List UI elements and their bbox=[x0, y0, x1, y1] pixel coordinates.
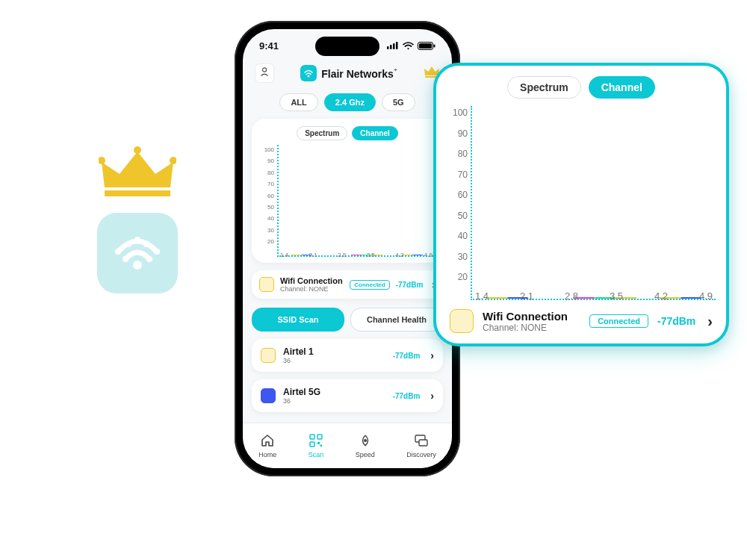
svg-point-3 bbox=[133, 261, 142, 270]
overlay-plot-area bbox=[471, 106, 716, 300]
freq-tab-5g[interactable]: 5G bbox=[382, 93, 415, 111]
chevron-right-icon: › bbox=[430, 390, 434, 402]
ssid-swatch bbox=[261, 348, 276, 363]
y-tick: 70 bbox=[259, 181, 274, 187]
svg-rect-13 bbox=[393, 43, 395, 49]
svg-point-10 bbox=[134, 237, 140, 243]
svg-rect-12 bbox=[390, 45, 392, 49]
y-tick: 80 bbox=[447, 149, 468, 159]
svg-point-2 bbox=[170, 157, 176, 164]
svg-point-25 bbox=[364, 439, 367, 442]
overlay-wifi-status-badge: Connected bbox=[589, 314, 648, 328]
y-tick: 90 bbox=[447, 128, 468, 139]
svg-rect-11 bbox=[387, 46, 389, 49]
profile-button[interactable] bbox=[255, 63, 274, 83]
overlay-x-axis: 1.42.12.83.54.24.9 bbox=[472, 287, 716, 302]
current-wifi-row[interactable]: Wifi Connection Channel: NONE Connected … bbox=[252, 270, 443, 299]
user-icon bbox=[259, 66, 270, 80]
x-tick: 3.5 bbox=[610, 290, 623, 302]
nav-home-label: Home bbox=[258, 451, 276, 458]
ssid-swatch bbox=[261, 388, 276, 403]
ssid-row[interactable]: Airtel 5G36-77dBm› bbox=[252, 379, 443, 412]
ssid-signal: -77dBm bbox=[393, 392, 421, 400]
plot-area bbox=[277, 145, 436, 257]
overlay-wifi-channel: Channel: NONE bbox=[483, 323, 580, 333]
y-tick: 30 bbox=[447, 252, 468, 262]
y-tick: 80 bbox=[259, 169, 274, 176]
svg-point-18 bbox=[262, 68, 266, 72]
pill-ssid-scan[interactable]: SSID Scan bbox=[252, 308, 344, 332]
nav-speed[interactable]: Speed bbox=[356, 433, 375, 458]
ssid-channel: 36 bbox=[283, 357, 385, 364]
wifi-status-badge: Connected bbox=[350, 280, 389, 290]
side-art bbox=[97, 146, 178, 293]
svg-point-19 bbox=[308, 75, 310, 78]
svg-point-8 bbox=[125, 241, 131, 247]
svg-rect-17 bbox=[434, 44, 436, 47]
overlay-tab-channel[interactable]: Channel bbox=[589, 76, 655, 99]
x-tick: 3.5 bbox=[367, 252, 375, 258]
chevron-right-icon: › bbox=[430, 349, 434, 361]
x-tick: 2.1 bbox=[309, 252, 317, 258]
nav-home[interactable]: Home bbox=[258, 433, 276, 458]
svg-rect-16 bbox=[419, 43, 432, 49]
nav-scan[interactable]: Scan bbox=[309, 433, 324, 458]
overlay-wifi-row[interactable]: Wifi Connection Channel: NONE Connected … bbox=[447, 300, 716, 335]
x-tick: 2.1 bbox=[520, 290, 533, 302]
svg-rect-22 bbox=[310, 442, 314, 447]
overlay-chevron-right-icon: › bbox=[707, 313, 713, 330]
phone-screen: 9:41 Flair Networks⁺ bbox=[243, 29, 452, 468]
ssid-row[interactable]: Airtel 136-77dBm› bbox=[252, 339, 443, 372]
overlay-bars bbox=[472, 106, 716, 299]
nav-discovery[interactable]: Discovery bbox=[406, 433, 436, 458]
brand-label: Flair Networks bbox=[321, 67, 393, 79]
qr-icon bbox=[309, 433, 323, 449]
svg-rect-27 bbox=[419, 440, 427, 446]
app-header: Flair Networks⁺ bbox=[243, 62, 452, 89]
bottom-nav: Home Scan Speed Discovery bbox=[243, 423, 452, 468]
channel-chart: 1009080706050403020 1.42.12.83.54.24.9 bbox=[259, 145, 436, 257]
pill-channel-health[interactable]: Channel Health bbox=[350, 308, 443, 332]
ssid-info: Airtel 5G36 bbox=[283, 387, 385, 405]
freq-tab-24ghz[interactable]: 2.4 Ghz bbox=[324, 93, 376, 111]
svg-rect-14 bbox=[396, 42, 398, 49]
overlay-wifi-signal: -77dBm bbox=[657, 315, 695, 327]
battery-icon bbox=[418, 42, 436, 50]
overlay-tab-spectrum[interactable]: Spectrum bbox=[507, 76, 581, 99]
dynamic-island bbox=[315, 37, 379, 56]
y-tick: 90 bbox=[259, 158, 274, 164]
wifi-name: Wifi Connection bbox=[280, 276, 344, 285]
discovery-icon bbox=[414, 433, 429, 449]
brand: Flair Networks⁺ bbox=[300, 65, 397, 81]
home-icon bbox=[260, 433, 275, 449]
phone-frame: 9:41 Flair Networks⁺ bbox=[235, 21, 460, 476]
x-tick: 4.9 bbox=[699, 290, 713, 302]
y-tick: 40 bbox=[447, 231, 468, 241]
tab-spectrum[interactable]: Spectrum bbox=[297, 126, 347, 140]
x-tick: 1.4 bbox=[280, 252, 288, 258]
logo-tile bbox=[97, 213, 178, 293]
svg-point-9 bbox=[143, 241, 149, 247]
nav-speed-label: Speed bbox=[356, 451, 375, 458]
y-tick: 20 bbox=[447, 272, 468, 282]
wifi-icon bbox=[403, 42, 414, 50]
freq-tab-all[interactable]: ALL bbox=[279, 93, 317, 111]
x-tick: 1.4 bbox=[475, 290, 489, 302]
wifi-info: Wifi Connection Channel: NONE bbox=[280, 276, 344, 293]
ssid-signal: -77dBm bbox=[393, 352, 421, 360]
y-tick: 60 bbox=[259, 193, 274, 199]
x-tick: 4.2 bbox=[395, 252, 403, 258]
svg-point-4 bbox=[115, 249, 121, 255]
overlay-wifi-name: Wifi Connection bbox=[483, 310, 580, 323]
y-tick: 40 bbox=[259, 215, 274, 222]
x-axis: 1.42.12.83.54.24.9 bbox=[277, 249, 436, 258]
overlay-y-axis: 1009080706050403020 bbox=[447, 106, 468, 300]
svg-point-0 bbox=[99, 157, 105, 164]
chart-card: Spectrum Channel 1009080706050403020 1.4… bbox=[252, 119, 443, 263]
y-tick: 60 bbox=[447, 190, 468, 200]
y-tick: 100 bbox=[447, 108, 468, 118]
tab-channel[interactable]: Channel bbox=[352, 126, 397, 140]
svg-rect-24 bbox=[320, 445, 322, 447]
frequency-tabs: ALL 2.4 Ghz 5G bbox=[252, 93, 443, 111]
x-tick: 2.8 bbox=[565, 290, 578, 302]
